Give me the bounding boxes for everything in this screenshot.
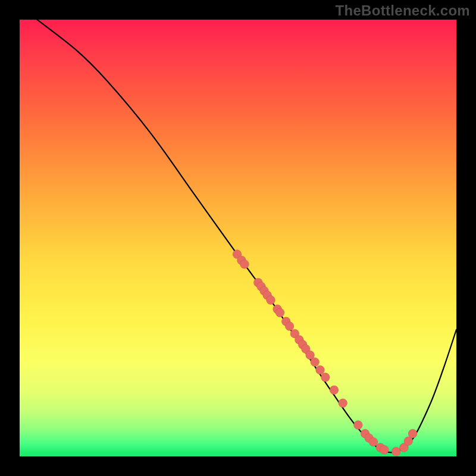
chart-frame: TheBottleneck.com — [0, 0, 476, 476]
highlight-point — [380, 446, 389, 455]
highlight-point — [339, 399, 347, 408]
highlight-point — [321, 373, 330, 382]
highlight-point — [392, 447, 400, 456]
chart-plot-area — [20, 20, 456, 456]
highlight-points-group — [233, 250, 417, 456]
highlight-point — [311, 358, 320, 367]
highlight-point — [353, 421, 362, 430]
bottleneck-curve — [37, 20, 456, 453]
chart-svg — [20, 20, 456, 456]
highlight-point — [275, 308, 284, 317]
highlight-point — [316, 365, 325, 374]
highlight-point — [408, 429, 417, 438]
highlight-point — [285, 322, 294, 331]
highlight-point — [369, 437, 378, 446]
highlight-point — [240, 260, 249, 269]
highlight-point — [267, 296, 275, 305]
watermark-text: TheBottleneck.com — [336, 2, 470, 19]
highlight-point — [330, 386, 339, 394]
